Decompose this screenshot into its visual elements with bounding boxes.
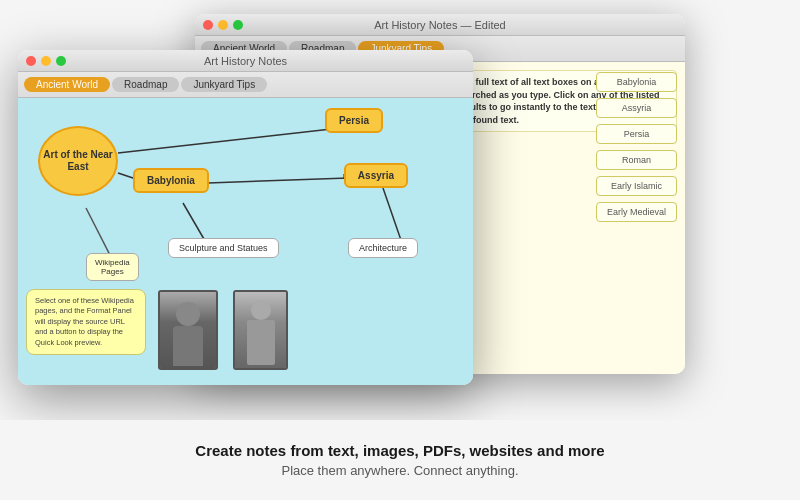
back-right-panel: The full text of all text boxes on all s… <box>440 62 685 374</box>
svg-line-1 <box>118 126 358 153</box>
screenshot-area: Art History Notes — Edited Ancient World… <box>0 0 800 420</box>
dot-yellow[interactable] <box>218 20 228 30</box>
figure-1-image <box>160 292 216 368</box>
figure-2-image <box>235 292 286 368</box>
front-tab-junkyard[interactable]: Junkyard Tips <box>181 77 267 92</box>
photo-thumbnail-1 <box>158 290 218 370</box>
node-art-near-east[interactable]: Art of the Near East <box>38 126 118 196</box>
front-dot-green[interactable] <box>56 56 66 66</box>
sidebar-node-early-islamic: Early Islamic <box>596 176 677 196</box>
photo-thumbnail-2 <box>233 290 288 370</box>
front-window-title: Art History Notes <box>204 55 287 67</box>
sidebar-node-roman: Roman <box>596 150 677 170</box>
footer-headline: Create notes from text, images, PDFs, we… <box>195 442 604 459</box>
front-tab-roadmap[interactable]: Roadmap <box>112 77 179 92</box>
node-babylonia[interactable]: Babylonia <box>133 168 209 193</box>
node-sculpture[interactable]: Sculpture and Statues <box>168 238 279 258</box>
node-persia[interactable]: Persia <box>325 108 383 133</box>
map-area: Art of the Near East Persia Babylonia As… <box>18 98 473 385</box>
back-title-bar: Art History Notes — Edited <box>195 14 685 36</box>
node-wiki-label: Wikipedia Pages <box>95 258 130 276</box>
sidebar-node-babylonia: Babylonia <box>596 72 677 92</box>
window-front: Art History Notes Ancient World Roadmap … <box>18 50 473 385</box>
front-title-bar: Art History Notes <box>18 50 473 72</box>
front-dot-red[interactable] <box>26 56 36 66</box>
sidebar-node-persia: Persia <box>596 124 677 144</box>
front-tab-bar: Ancient World Roadmap Junkyard Tips <box>18 72 473 98</box>
footer-subline: Place them anywhere. Connect anything. <box>281 463 518 478</box>
front-tab-ancient[interactable]: Ancient World <box>24 77 110 92</box>
dot-green[interactable] <box>233 20 243 30</box>
sidebar-node-assyria: Assyria <box>596 98 677 118</box>
svg-line-2 <box>208 178 348 183</box>
sidebar-node-early-medieval: Early Medieval <box>596 202 677 222</box>
callout-box: Select one of these Wikipedia pages, and… <box>26 289 146 356</box>
sidebar-items: Babylonia Assyria Persia Roman Early Isl… <box>596 72 677 222</box>
dot-red[interactable] <box>203 20 213 30</box>
node-assyria[interactable]: Assyria <box>344 163 408 188</box>
footer: Create notes from text, images, PDFs, we… <box>0 420 800 500</box>
node-wikipedia[interactable]: Wikipedia Pages <box>86 253 139 281</box>
back-window-title: Art History Notes — Edited <box>374 19 505 31</box>
front-dot-yellow[interactable] <box>41 56 51 66</box>
node-architecture[interactable]: Architecture <box>348 238 418 258</box>
